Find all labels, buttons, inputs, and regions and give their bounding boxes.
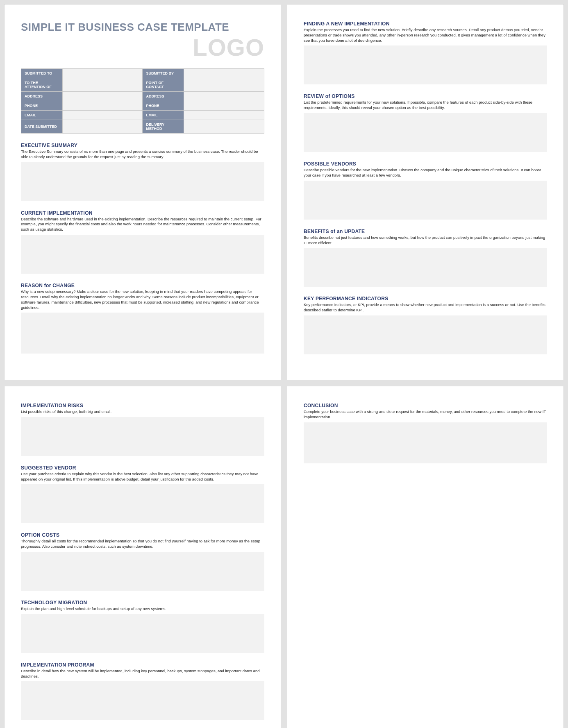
section-input-box[interactable] — [21, 313, 264, 354]
section-possible-vendors: POSSIBLE VENDORS Describe possible vendo… — [304, 161, 547, 220]
section-title: POSSIBLE VENDORS — [304, 161, 547, 167]
section-desc: Thoroughly detail all costs for the reco… — [21, 539, 264, 549]
section-option-costs: OPTION COSTS Thoroughly detail all costs… — [21, 532, 264, 591]
section-desc: Explain the plan and high-level schedule… — [21, 606, 264, 612]
table-row: EMAIL EMAIL — [21, 111, 264, 120]
label-address-left: ADDRESS — [21, 92, 63, 101]
table-row: TO THE ATTENTION OF POINT OF CONTACT — [21, 78, 264, 92]
label-attention-of: TO THE ATTENTION OF — [21, 78, 63, 92]
section-desc: List possible risks of this change, both… — [21, 409, 264, 415]
section-title: REASON for CHANGE — [21, 283, 264, 288]
section-suggested-vendor: SUGGESTED VENDOR Use your purchase crite… — [21, 465, 264, 524]
page-2: FINDING A NEW IMPLEMENTATION Explain the… — [287, 4, 564, 380]
section-title: FINDING A NEW IMPLEMENTATION — [304, 21, 547, 27]
section-input-box[interactable] — [21, 162, 264, 201]
section-reason-for-change: REASON for CHANGE Why is a new setup nec… — [21, 283, 264, 354]
section-input-box[interactable] — [304, 45, 547, 84]
section-input-box[interactable] — [304, 422, 547, 463]
value-submitted-to[interactable] — [62, 69, 143, 78]
label-date-submitted: DATE SUBMITTED — [21, 120, 63, 134]
section-desc: Benefits describe not just features and … — [304, 235, 547, 246]
label-address-right: ADDRESS — [143, 92, 184, 101]
section-title: REVIEW of OPTIONS — [304, 93, 547, 99]
section-kpi: KEY PERFORMANCE INDICATORS Key performan… — [304, 296, 547, 354]
label-submitted-by: SUBMITTED BY — [143, 69, 184, 78]
value-date-submitted[interactable] — [62, 120, 143, 134]
section-implementation-program: IMPLEMENTATION PROGRAM Describe in detai… — [21, 662, 264, 721]
section-desc: Describe the software and hardware used … — [21, 217, 264, 232]
label-delivery-method: DELIVERY METHOD — [143, 120, 184, 134]
section-desc: Key performance indicators, or KPI, prov… — [304, 302, 547, 313]
table-row: DATE SUBMITTED DELIVERY METHOD — [21, 120, 264, 134]
value-email-left[interactable] — [62, 111, 143, 120]
section-desc: Describe in detail how the new system wi… — [21, 669, 264, 679]
section-input-box[interactable] — [21, 681, 264, 720]
section-title: OPTION COSTS — [21, 532, 264, 538]
section-input-box[interactable] — [304, 248, 547, 287]
section-benefits-of-update: BENEFITS of an UPDATE Benefits describe … — [304, 229, 547, 287]
label-submitted-to: SUBMITTED TO — [21, 69, 63, 78]
page-3: IMPLEMENTATION RISKS List possible risks… — [4, 386, 281, 728]
label-phone-right: PHONE — [143, 101, 184, 111]
logo-placeholder: LOGO — [21, 34, 264, 61]
section-title: CURRENT IMPLEMENTATION — [21, 210, 264, 216]
section-implementation-risks: IMPLEMENTATION RISKS List possible risks… — [21, 403, 264, 456]
section-title: KEY PERFORMANCE INDICATORS — [304, 296, 547, 302]
section-title: CONCLUSION — [304, 403, 547, 408]
section-desc: Explain the processes you used to find t… — [304, 27, 547, 43]
section-title: EXECUTIVE SUMMARY — [21, 143, 264, 148]
section-current-implementation: CURRENT IMPLEMENTATION Describe the soft… — [21, 210, 264, 274]
value-email-right[interactable] — [184, 111, 264, 120]
section-input-box[interactable] — [21, 235, 264, 274]
value-submitted-by[interactable] — [184, 69, 264, 78]
header-info-table: SUBMITTED TO SUBMITTED BY TO THE ATTENTI… — [21, 68, 264, 134]
value-phone-right[interactable] — [184, 101, 264, 111]
section-desc: Describe possible vendors for the new im… — [304, 168, 547, 178]
value-point-of-contact[interactable] — [184, 78, 264, 92]
table-row: PHONE PHONE — [21, 101, 264, 111]
section-title: TECHNOLOGY MIGRATION — [21, 600, 264, 606]
document-title: SIMPLE IT BUSINESS CASE TEMPLATE — [21, 21, 264, 34]
section-title: IMPLEMENTATION RISKS — [21, 403, 264, 408]
section-title: IMPLEMENTATION PROGRAM — [21, 662, 264, 668]
value-address-left[interactable] — [62, 92, 143, 101]
section-input-box[interactable] — [21, 484, 264, 523]
section-executive-summary: EXECUTIVE SUMMARY The Executive Summary … — [21, 143, 264, 201]
value-address-right[interactable] — [184, 92, 264, 101]
section-finding-new-implementation: FINDING A NEW IMPLEMENTATION Explain the… — [304, 21, 547, 84]
table-row: ADDRESS ADDRESS — [21, 92, 264, 101]
section-input-box[interactable] — [21, 614, 264, 653]
section-desc: Use your purchase criteria to explain wh… — [21, 472, 264, 482]
table-row: SUBMITTED TO SUBMITTED BY — [21, 69, 264, 78]
value-phone-left[interactable] — [62, 101, 143, 111]
section-desc: The Executive Summary consists of no mor… — [21, 149, 264, 160]
section-title: SUGGESTED VENDOR — [21, 465, 264, 471]
section-input-box[interactable] — [304, 113, 547, 152]
section-review-of-options: REVIEW of OPTIONS List the predetermined… — [304, 93, 547, 152]
section-technology-migration: TECHNOLOGY MIGRATION Explain the plan an… — [21, 600, 264, 653]
label-phone-left: PHONE — [21, 101, 63, 111]
value-delivery-method[interactable] — [184, 120, 264, 134]
section-input-box[interactable] — [21, 552, 264, 591]
section-desc: List the predetermined requirements for … — [304, 100, 547, 111]
section-input-box[interactable] — [304, 315, 547, 354]
section-input-box[interactable] — [304, 181, 547, 220]
label-email-right: EMAIL — [143, 111, 184, 120]
label-email-left: EMAIL — [21, 111, 63, 120]
section-desc: Why is a new setup necessary? Make a cle… — [21, 289, 264, 310]
label-point-of-contact: POINT OF CONTACT — [143, 78, 184, 92]
value-attention-of[interactable] — [62, 78, 143, 92]
section-title: BENEFITS of an UPDATE — [304, 229, 547, 234]
page-4: CONCLUSION Complete your business case w… — [287, 386, 564, 728]
page-grid: SIMPLE IT BUSINESS CASE TEMPLATE LOGO SU… — [4, 4, 564, 728]
page-1: SIMPLE IT BUSINESS CASE TEMPLATE LOGO SU… — [4, 4, 281, 380]
section-conclusion: CONCLUSION Complete your business case w… — [304, 403, 547, 463]
section-input-box[interactable] — [21, 417, 264, 456]
section-desc: Complete your business case with a stron… — [304, 409, 547, 420]
